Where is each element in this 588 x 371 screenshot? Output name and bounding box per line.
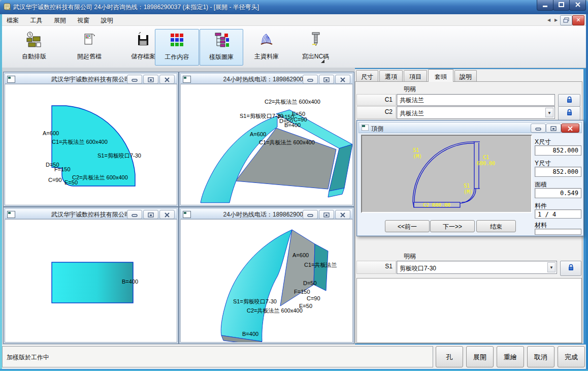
- window4-close-button[interactable]: [335, 210, 350, 219]
- done-button[interactable]: 完成: [558, 346, 585, 367]
- dim-label: B=400: [122, 279, 138, 285]
- lock-icon: [566, 96, 573, 103]
- dialog-minimize-button[interactable]: [531, 123, 546, 133]
- auto-layout-icon: [25, 31, 43, 48]
- bottom-bar: 加樣版於工作中 孔 展開 重繪 取消 完成: [2, 345, 586, 369]
- top-side-dialog: 頂側 S1: [356, 120, 584, 236]
- window4-minimize-button[interactable]: [303, 210, 318, 219]
- preview-label-c1-value: 600.00: [477, 161, 495, 166]
- dialog-close-button[interactable]: [561, 123, 579, 133]
- window3-restore-button[interactable]: [143, 210, 158, 219]
- toolbar-main-database[interactable]: 主資料庫: [244, 29, 289, 65]
- tab-dimensions[interactable]: 尺寸: [356, 70, 378, 81]
- tab-options[interactable]: 選項: [379, 70, 403, 81]
- window4-canvas[interactable]: A=600 C1=共板法兰 D=50 F=150 C=90 S1=剪板咬口7-3…: [180, 219, 353, 343]
- preview-label-m-outer: (M): [413, 153, 422, 159]
- close-icon: [568, 126, 573, 131]
- mdi-forward-arrow[interactable]: ▶: [552, 16, 560, 24]
- dim-label: B=400: [284, 122, 301, 128]
- minimize-button[interactable]: [537, 0, 553, 11]
- unfold-button[interactable]: 展開: [466, 346, 494, 367]
- window2-titlebar[interactable]: 24小时热线电话：18986290037: [180, 73, 353, 84]
- window1-restore-button[interactable]: [143, 75, 158, 84]
- pattern-preview: S1 (M) C1 600.00 S1 (M) C2 600.00: [361, 135, 532, 213]
- window1-minimize-button[interactable]: [127, 75, 142, 84]
- mdi-window-3d-top: 24小时热线电话：18986290037 C2=共板法兰 600x400 S1=…: [179, 72, 354, 207]
- lock-icon: [568, 264, 574, 271]
- window4-titlebar[interactable]: 24小时热线电话：18986290037: [180, 208, 353, 219]
- minimize-icon: [132, 78, 138, 82]
- close-icon: [575, 2, 580, 7]
- dim-label: A=600: [43, 130, 59, 136]
- finish-button[interactable]: 结束: [476, 220, 516, 232]
- next-button[interactable]: 下一>>: [430, 220, 475, 232]
- toolbar-save-file-label: 儲存檔案: [131, 53, 155, 60]
- previous-button[interactable]: <<前一: [385, 220, 430, 232]
- material-field: [535, 229, 581, 235]
- dialog-title: 頂側: [371, 125, 383, 133]
- window2-restore-button[interactable]: [319, 75, 334, 84]
- toolbar-work-content[interactable]: 工作内容: [155, 29, 199, 66]
- template-library-icon: [213, 32, 230, 49]
- row-c2-value: 共板法兰: [400, 110, 424, 117]
- window3-minimize-button[interactable]: [127, 210, 142, 219]
- row-c1-value-field[interactable]: 共板法兰: [397, 94, 555, 106]
- toolbar-template-library[interactable]: 樣版圖庫: [200, 29, 243, 66]
- chevron-down-icon[interactable]: ▼: [545, 108, 553, 117]
- mdi-close-button[interactable]: ✕: [572, 15, 584, 25]
- toolbar-auto-layout[interactable]: 自動排版: [11, 29, 57, 65]
- name-column-header-s1: 明稱: [404, 252, 416, 261]
- hole-button[interactable]: 孔: [436, 346, 463, 367]
- chevron-down-icon[interactable]: ▼: [547, 262, 556, 272]
- menu-unfold[interactable]: 展開: [49, 14, 71, 25]
- restore-icon: [148, 77, 154, 82]
- name-column-header: 明稱: [404, 85, 416, 94]
- maximize-icon: [559, 2, 564, 7]
- close-button[interactable]: [569, 0, 586, 11]
- notes-area[interactable]: [356, 278, 582, 343]
- tab-help[interactable]: 說明: [454, 70, 477, 81]
- mdi-restore-button[interactable]: [560, 15, 572, 25]
- window4-restore-button[interactable]: [319, 210, 334, 219]
- dim-label: D=50: [303, 280, 317, 286]
- dialog-titlebar[interactable]: 頂側: [358, 122, 582, 133]
- row-c1-lock-button[interactable]: [558, 94, 580, 107]
- row-s1-lock-button[interactable]: [560, 261, 581, 276]
- close-icon: [340, 77, 345, 82]
- dialog-restore-button[interactable]: [546, 123, 561, 133]
- window1-close-button[interactable]: [159, 75, 175, 84]
- maximize-button[interactable]: [553, 0, 570, 11]
- menu-help[interactable]: 說明: [96, 14, 118, 25]
- window2-canvas[interactable]: C2=共板法兰 600x400 S1=剪板咬口7-30 F=150 E=50 C…: [180, 84, 353, 205]
- row-c2-value-dropdown[interactable]: 共板法兰 ▼: [397, 106, 555, 119]
- dim-label: A=600: [250, 131, 266, 137]
- row-c2-lock-button[interactable]: [558, 106, 580, 120]
- area-field: 0.549: [535, 188, 581, 198]
- menu-file[interactable]: 檔案: [2, 14, 23, 25]
- mdi-back-arrow[interactable]: ◀: [545, 16, 552, 24]
- window1-titlebar[interactable]: 武汉华宇诚数控科技有限公司: [5, 73, 177, 84]
- window3-close-button[interactable]: [159, 210, 175, 219]
- toolbar-open-file[interactable]: 開起舊檔: [67, 29, 112, 65]
- window2-minimize-button[interactable]: [303, 75, 318, 84]
- window1-canvas[interactable]: A=600 C1=共板法兰 600x400 S1=剪板咬口7-30 D=50 F…: [5, 84, 177, 205]
- menu-window[interactable]: 視窗: [73, 14, 94, 25]
- dim-label: C2=共板法兰 600x400: [72, 174, 128, 181]
- dim-label: C1=共板法兰 600x400: [259, 139, 315, 146]
- restore-icon: [550, 126, 557, 131]
- cancel-button[interactable]: 取消: [527, 346, 554, 367]
- toolbar-overflow-arrow[interactable]: [321, 59, 324, 63]
- window3-canvas[interactable]: B=400: [5, 219, 177, 343]
- window3-titlebar[interactable]: 武汉华宇诚数控科技有限公司: [5, 208, 177, 219]
- toolbar-write-nc[interactable]: 寫出NC碼: [291, 29, 340, 65]
- window2-close-button[interactable]: [335, 75, 350, 84]
- row-s1-value-dropdown[interactable]: 剪板咬口7-30 ▼: [397, 261, 557, 274]
- dim-label: C=90: [307, 295, 320, 301]
- menu-tools[interactable]: 工具: [25, 14, 47, 25]
- tab-items[interactable]: 項目: [404, 70, 427, 81]
- y-size-field: 852.000: [535, 167, 581, 177]
- tab-connector[interactable]: 套頭: [428, 69, 453, 82]
- status-box: 加樣版於工作中: [2, 346, 433, 367]
- redraw-button[interactable]: 重繪: [497, 346, 524, 367]
- dim-label: A=600: [292, 252, 309, 258]
